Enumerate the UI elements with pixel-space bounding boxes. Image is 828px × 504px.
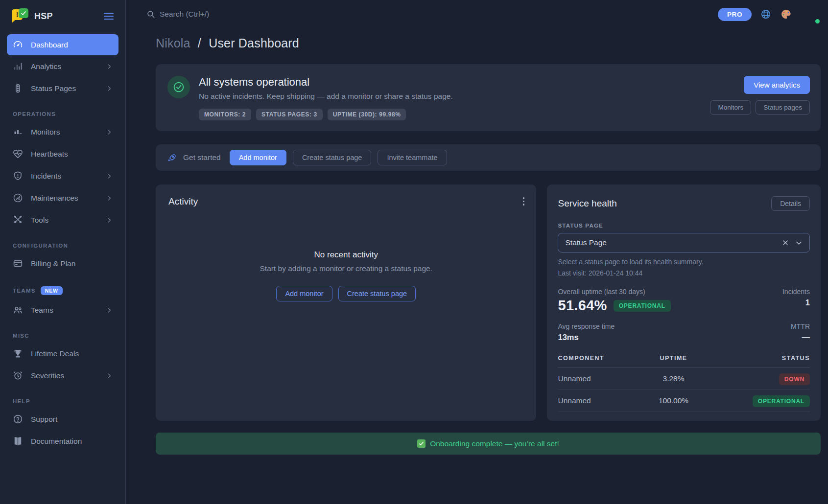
topbar: PRO: [126, 0, 828, 28]
sidebar-item-analytics[interactable]: Analytics: [0, 55, 125, 77]
topbar-right: PRO: [718, 4, 820, 24]
book-icon: [13, 436, 23, 446]
sidebar-item-label: Status Pages: [31, 84, 98, 93]
empty-add-monitor-button[interactable]: Add monitor: [276, 286, 332, 301]
sidebar-item-heartbeats[interactable]: Heartbeats: [0, 143, 125, 165]
get-started-bar: Get started Add monitor Create status pa…: [156, 144, 821, 171]
sidebar-item-incidents[interactable]: Incidents: [0, 165, 125, 187]
breadcrumb-parent[interactable]: Nikola: [156, 36, 190, 50]
empty-state-title: No recent activity: [168, 250, 523, 260]
mttr-label: MTTR: [791, 322, 810, 330]
globe-icon[interactable]: [760, 9, 771, 20]
details-button[interactable]: Details: [771, 196, 810, 211]
avg-response-value: 13ms: [558, 333, 615, 342]
status-page-selected-value: Status Page: [565, 238, 782, 247]
sidebar-item-label: Monitors: [31, 128, 98, 137]
sidebar-item-dashboard[interactable]: Dashboard: [7, 34, 118, 55]
sidebar-item-label: Analytics: [31, 62, 98, 71]
component-uptime: 100.00%: [645, 390, 702, 412]
sidebar-section-help: HELP: [0, 387, 125, 408]
hero-title: All systems operational: [199, 76, 453, 89]
sidebar-item-severities[interactable]: Severities: [0, 365, 125, 387]
trophy-icon: [13, 348, 23, 359]
chevron-right-icon: [106, 173, 113, 180]
user-avatar[interactable]: [801, 4, 820, 24]
overall-uptime-label: Overall uptime (last 30 days): [558, 288, 670, 296]
traffic-light-icon: [13, 83, 23, 93]
dashboard-columns: Activity No recent activity Start by add…: [156, 184, 821, 421]
sidebar-item-maintenances[interactable]: Maintenances: [0, 187, 125, 209]
chevron-right-icon: [106, 372, 113, 379]
overall-uptime-value: 51.64%: [558, 298, 607, 314]
activity-empty-state: No recent activity Start by adding a mon…: [168, 250, 523, 301]
invite-teammate-button[interactable]: Invite teammate: [378, 150, 447, 165]
tools-icon: [13, 215, 23, 225]
sidebar-collapse-icon[interactable]: [104, 13, 114, 20]
chevron-right-icon: [106, 217, 113, 224]
search-input[interactable]: [160, 10, 267, 19]
empty-create-status-page-button[interactable]: Create status page: [338, 286, 416, 301]
status-page-select[interactable]: Status Page: [558, 233, 810, 252]
status-page-field-label: STATUS PAGE: [558, 223, 810, 229]
brand-name: HSP: [34, 11, 53, 22]
breadcrumb-separator: /: [198, 36, 201, 50]
sidebar-item-documentation[interactable]: Documentation: [0, 430, 125, 452]
mttr-value: —: [791, 333, 810, 342]
wrench-circle-icon: [13, 193, 23, 203]
sidebar-section-configuration: CONFIGURATION: [0, 231, 125, 252]
sidebar-item-label: Teams: [31, 306, 98, 315]
bar-chart-icon: [13, 61, 23, 71]
sidebar-section-operations: OPERATIONS: [0, 99, 125, 121]
sidebar-item-billing-plan[interactable]: Billing & Plan: [0, 252, 125, 275]
status-pages-button[interactable]: Status pages: [756, 100, 810, 115]
sidebar-item-label: Dashboard: [31, 41, 113, 49]
theme-palette-icon[interactable]: [780, 8, 792, 20]
table-row: Unnamed 3.28% DOWN: [558, 368, 810, 390]
main-area: PRO Nikola / User Dashboard All: [126, 0, 828, 504]
hero-subtitle: No active incidents. Keep shipping — add…: [199, 92, 453, 101]
gauge-icon: [13, 40, 23, 50]
chevron-right-icon: [106, 195, 113, 202]
sidebar-item-lifetime-deals[interactable]: Lifetime Deals: [0, 343, 125, 365]
operational-status-badge: OPERATIONAL: [614, 300, 671, 312]
create-status-page-button[interactable]: Create status page: [293, 150, 372, 165]
rocket-icon: [167, 153, 177, 162]
sidebar-item-status-pages[interactable]: Status Pages: [0, 77, 125, 99]
chevron-down-icon[interactable]: [795, 239, 803, 247]
global-search[interactable]: [146, 10, 267, 19]
sidebar-item-label: Tools: [31, 216, 98, 225]
onboarding-complete-banner: Onboarding complete — you’re all set!: [156, 433, 821, 455]
avg-response-label: Avg response time: [558, 322, 615, 330]
sidebar-item-label: Support: [31, 415, 113, 424]
operational-status-badge: OPERATIONAL: [753, 395, 810, 407]
sidebar-item-teams[interactable]: Teams: [0, 299, 125, 321]
online-status-dot: [814, 18, 821, 24]
clear-selection-icon[interactable]: [782, 239, 789, 246]
monitors-button[interactable]: Monitors: [710, 100, 751, 115]
onboarding-banner-text: Onboarding complete — you’re all set!: [430, 439, 559, 448]
chevron-right-icon: [106, 307, 113, 314]
breadcrumb: Nikola / User Dashboard: [156, 36, 821, 50]
empty-state-subtitle: Start by adding a monitor or creating a …: [168, 264, 523, 273]
service-health-card: Service health Details STATUS PAGE Statu…: [547, 184, 821, 421]
component-name: Unnamed: [558, 368, 645, 390]
activity-title: Activity: [168, 196, 523, 207]
alarm-clock-icon: [13, 370, 23, 381]
sidebar-item-support[interactable]: Support: [0, 408, 125, 430]
add-monitor-button[interactable]: Add monitor: [230, 150, 286, 165]
select-helper-text: Select a status page to load its health …: [558, 258, 810, 266]
sidebar-item-label: Maintenances: [31, 194, 98, 203]
sidebar-item-tools[interactable]: Tools: [0, 209, 125, 231]
credit-card-icon: [13, 258, 23, 269]
check-square-icon: [417, 439, 426, 448]
kebab-menu-icon[interactable]: [521, 195, 527, 207]
sidebar-section-teams: TEAMS NEW: [0, 275, 125, 299]
view-analytics-button[interactable]: View analytics: [744, 76, 810, 94]
heart-pulse-icon: [13, 149, 23, 159]
sidebar-item-label: Billing & Plan: [31, 259, 113, 268]
sidebar-item-monitors[interactable]: Monitors: [0, 121, 125, 143]
pro-badge[interactable]: PRO: [718, 8, 752, 21]
sidebar-item-label: Documentation: [31, 437, 113, 446]
sidebar-item-label: Lifetime Deals: [31, 349, 113, 358]
activity-card: Activity No recent activity Start by add…: [156, 184, 536, 421]
